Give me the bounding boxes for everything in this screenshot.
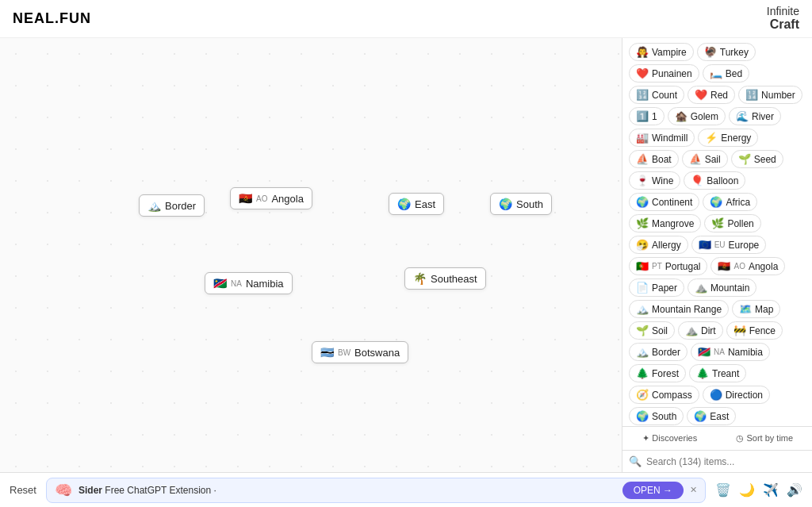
moon-button[interactable]: 🌙 (739, 482, 755, 497)
item-icon: 🎈 (691, 175, 703, 186)
canvas-background (0, 38, 622, 472)
item-icon: ❤️ (695, 89, 707, 101)
item-chip-paper[interactable]: 📄Paper (629, 278, 684, 297)
volume-button[interactable]: 🔊 (787, 482, 802, 497)
item-icon: ⛵ (689, 153, 702, 165)
discoveries-button[interactable]: ✦ Discoveries (622, 427, 718, 450)
item-chip-allergy[interactable]: 🤧Allergy (629, 236, 688, 254)
item-chip-soil[interactable]: 🌱Soil (629, 321, 675, 340)
item-icon: 🌍 (636, 196, 649, 208)
item-chip-punainen[interactable]: ❤️Punainen (629, 64, 699, 83)
logo: NEAL.FUN (13, 10, 91, 27)
item-chip-fence[interactable]: 🚧Fence (726, 321, 783, 340)
item-chip-mountain[interactable]: ⛰️Mountain (688, 278, 756, 297)
item-icon: 🇦🇴 (718, 260, 730, 272)
item-chip-portugal[interactable]: 🇵🇹PTPortugal (629, 257, 707, 275)
item-chip-golem[interactable]: 🏚️Golem (668, 107, 726, 125)
top-bar: NEAL.FUN Infinite Craft (0, 0, 812, 38)
item-chip-east2[interactable]: 🌍East (687, 407, 736, 425)
share-button[interactable]: ✈️ (763, 482, 779, 497)
sidebar-actions: ✦ Discoveries ◷ Sort by time (622, 427, 812, 451)
item-icon: 🌍 (710, 196, 722, 208)
item-icon: 🧛 (636, 46, 649, 58)
bottom-bar: Reset 🧠 Sider Free ChatGPT Extension · O… (0, 472, 812, 507)
items-list: 🧛Vampire🦃Turkey❤️Punainen🛏️Bed🔢Count❤️Re… (622, 38, 812, 426)
item-chip-forest[interactable]: 🌲Forest (629, 364, 686, 382)
node-border[interactable]: 🏔️Border (139, 194, 205, 217)
item-chip-continent[interactable]: 🌍Continent (629, 193, 699, 211)
sort-button[interactable]: ◷ Sort by time (718, 427, 813, 450)
item-icon: 🌲 (696, 367, 709, 379)
item-chip-windmill[interactable]: 🏭Windmill (629, 129, 695, 147)
node-east[interactable]: 🌍East (389, 193, 444, 215)
item-chip-vampire[interactable]: 🧛Vampire (629, 43, 694, 61)
item-chip-south2[interactable]: 🌍South (629, 407, 684, 425)
item-chip-boat[interactable]: ⛵Boat (629, 150, 679, 168)
item-icon: 🇪🇺 (699, 239, 711, 251)
item-chip-red[interactable]: ❤️Red (688, 86, 735, 104)
item-icon: 🍷 (636, 175, 649, 186)
ad-close-icon[interactable]: ✕ (690, 485, 697, 495)
item-icon: ⛰️ (695, 282, 707, 294)
item-chip-mountain-range[interactable]: 🏔️Mountain Range (629, 300, 729, 318)
item-icon: 🤧 (636, 239, 649, 251)
item-icon: 🧭 (636, 389, 649, 401)
node-angola[interactable]: 🇦🇴AOAngola (230, 187, 312, 209)
item-chip-one[interactable]: 1️⃣1 (629, 107, 665, 125)
item-icon: 📄 (636, 282, 649, 294)
item-chip-river[interactable]: 🌊River (729, 107, 781, 125)
item-chip-dirt[interactable]: ⛰️Dirt (678, 321, 723, 340)
item-chip-map[interactable]: 🗺️Map (732, 300, 780, 318)
item-chip-sail[interactable]: ⛵Sail (682, 150, 728, 168)
item-chip-namibia2[interactable]: 🇳🇦NANamibia (691, 343, 770, 361)
item-icon: ❤️ (636, 67, 649, 79)
item-chip-treant[interactable]: 🌲Treant (689, 364, 746, 382)
item-chip-balloon[interactable]: 🎈Balloon (684, 171, 745, 190)
ad-text: Sider Free ChatGPT Extension · (79, 485, 616, 496)
item-icon: 🏔️ (636, 303, 649, 315)
ad-banner: 🧠 Sider Free ChatGPT Extension · OPEN → … (46, 478, 706, 503)
ad-icon: 🧠 (55, 482, 72, 499)
item-icon: 🏭 (636, 132, 649, 144)
item-icon: 🌍 (694, 410, 707, 422)
item-icon: 🦃 (704, 46, 717, 58)
item-chip-compass[interactable]: 🧭Compass (629, 386, 699, 404)
node-southeast[interactable]: 🌴Southeast (404, 267, 486, 290)
item-chip-wine[interactable]: 🍷Wine (629, 171, 680, 190)
item-chip-bed[interactable]: 🛏️Bed (703, 64, 749, 83)
item-chip-angola2[interactable]: 🇦🇴AOAngola (710, 257, 785, 275)
item-icon: 🏚️ (675, 110, 688, 122)
infinite-craft-title: Infinite Craft (767, 6, 799, 32)
item-icon: 🔢 (745, 89, 758, 101)
ad-open-button[interactable]: OPEN → (622, 482, 684, 499)
item-icon: 🛏️ (710, 67, 722, 79)
item-icon: 🌿 (636, 217, 649, 229)
canvas[interactable]: 🇦🇴AOAngola🌍East🌍South🏔️Border🇳🇦NANamibia… (0, 38, 622, 472)
node-botswana[interactable]: 🇧🇼BWBotswana (312, 341, 408, 363)
sidebar: 🧛Vampire🦃Turkey❤️Punainen🛏️Bed🔢Count❤️Re… (622, 38, 812, 472)
node-south[interactable]: 🌍South (490, 193, 552, 215)
item-chip-energy[interactable]: ⚡Energy (698, 129, 758, 147)
reset-button[interactable]: Reset (10, 484, 36, 496)
item-icon: ⛰️ (685, 325, 698, 336)
item-chip-turkey[interactable]: 🦃Turkey (697, 43, 756, 61)
item-chip-border2[interactable]: 🏔️Border (629, 343, 688, 361)
item-chip-number[interactable]: 🔢Number (738, 86, 802, 104)
item-chip-africa[interactable]: 🌍Africa (703, 193, 757, 211)
item-icon: 🌱 (738, 153, 751, 165)
node-namibia[interactable]: 🇳🇦NANamibia (205, 272, 293, 294)
item-chip-mangrove[interactable]: 🌿Mangrove (629, 214, 701, 232)
item-icon: 🔢 (636, 89, 649, 101)
item-chip-count[interactable]: 🔢Count (629, 86, 684, 104)
item-icon: 🌊 (736, 110, 749, 122)
item-chip-pollen[interactable]: 🌿Pollen (704, 214, 760, 232)
item-icon: 🔵 (710, 389, 722, 401)
item-chip-seed[interactable]: 🌱Seed (731, 150, 783, 168)
item-icon: 🌿 (711, 217, 724, 229)
item-chip-europe[interactable]: 🇪🇺EUEurope (691, 236, 767, 254)
search-input[interactable] (646, 456, 806, 467)
item-chip-direction[interactable]: 🔵Direction (703, 386, 770, 404)
item-icon: ⛵ (636, 153, 649, 165)
delete-button[interactable]: 🗑️ (715, 482, 731, 497)
search-icon: 🔍 (629, 455, 642, 467)
